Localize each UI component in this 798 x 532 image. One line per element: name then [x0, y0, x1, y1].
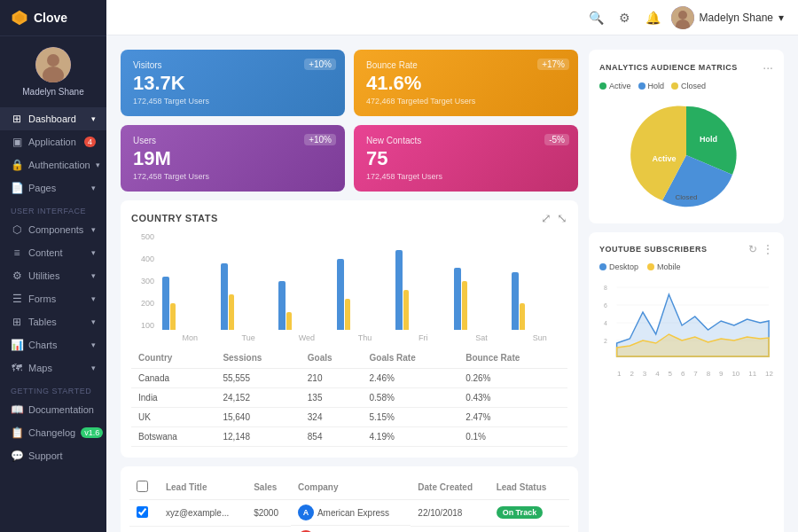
bar-x-labels: MonTueWedThuFriSatSun	[162, 333, 567, 342]
cell-sessions: 55,555	[215, 369, 300, 388]
sidebar-item-dashboard[interactable]: ⊞ Dashboard ▾	[0, 107, 106, 130]
x-label-7: 7	[693, 370, 697, 378]
sidebar-item-charts[interactable]: 📊 Charts ▾	[0, 333, 106, 356]
audience-more-icon[interactable]: ···	[763, 60, 773, 74]
sidebar-item-application[interactable]: ▣ Application 4	[0, 130, 106, 153]
content-area: +10% Visitors 13.7K 172,458 Target Users…	[106, 35, 798, 532]
auth-icon: 🔒	[11, 159, 23, 171]
leads-col-sales: Sales	[246, 475, 291, 500]
youtube-refresh-icon[interactable]: ↻	[748, 243, 757, 255]
pages-arrow: ▾	[91, 184, 96, 192]
leads-table-body: xyz@example...$2000AAmerican Express22/1…	[129, 500, 569, 533]
sidebar-item-authentication[interactable]: 🔒 Authentication ▾	[0, 153, 106, 176]
country-table-header-row: Country Sessions Goals Goals Rate Bounce…	[131, 348, 567, 369]
components-icon: ⬡	[11, 223, 23, 236]
lead-sales: $2000	[246, 500, 291, 527]
table-row: Botswana12,1488544.19%0.1%	[131, 427, 567, 447]
sidebar-item-utilities[interactable]: ⚙ Utilities ▾	[0, 264, 106, 287]
sidebar-item-forms[interactable]: ☰ Forms ▾	[0, 287, 106, 310]
user-menu[interactable]: Madelyn Shane ▾	[671, 6, 784, 29]
x-label-thu: Thu	[337, 333, 393, 342]
dashboard-arrow: ▾	[91, 114, 96, 123]
bar-group-6	[512, 272, 567, 330]
stat-card-bounce-rate: +17% Bounce Rate 41.6% 472,468 Targeted …	[354, 50, 578, 116]
bar-yellow-4	[403, 290, 409, 330]
sidebar-item-content[interactable]: ≡ Content ▾	[0, 241, 106, 264]
sidebar-item-maps[interactable]: 🗺 Maps ▾	[0, 356, 106, 379]
youtube-more-icon[interactable]: ⋮	[763, 243, 773, 255]
x-label-sun: Sun	[512, 333, 567, 342]
svg-text:2: 2	[604, 338, 607, 344]
compress-icon[interactable]: ⤢	[541, 211, 552, 225]
cell-goals_rate: 4.19%	[363, 427, 459, 447]
avatar	[35, 47, 71, 82]
sidebar-item-tables[interactable]: ⊞ Tables ▾	[0, 310, 106, 333]
x-label-5: 5	[669, 370, 672, 378]
sidebar-item-support[interactable]: 💬 Support	[0, 444, 106, 467]
legend-active-label: Active	[609, 82, 631, 90]
x-label-8: 8	[707, 370, 710, 378]
x-label-4: 4	[655, 370, 659, 378]
chart-actions[interactable]: ⤢ ⤡	[541, 211, 567, 225]
bar-blue-6	[512, 272, 519, 330]
changelog-badge: v1.6	[81, 427, 103, 438]
sidebar-item-maps-label: Maps	[28, 363, 52, 373]
legend-dot-closed	[671, 82, 678, 90]
country-stats-card: COUNTRY STATS ⤢ ⤡ 500 400 300 200 100	[121, 200, 578, 458]
sidebar-item-forms-label: Forms	[28, 293, 56, 304]
bar-group-0	[162, 277, 218, 330]
status-badge: On Track	[497, 506, 544, 519]
expand-icon[interactable]: ⤡	[557, 211, 567, 225]
users-value: 19M	[133, 147, 332, 170]
sidebar-item-docs-label: Documentation	[28, 404, 94, 415]
youtube-header: YOUTUBE SUBSCRIBERS ↻ ⋮	[599, 243, 773, 255]
pie-chart: Hold Active Closed	[599, 98, 773, 213]
company-icon: A	[298, 505, 314, 520]
legend-closed: Closed	[671, 82, 706, 90]
x-label-wed: Wed	[278, 333, 334, 342]
audience-legend: Active Hold Closed	[599, 82, 773, 90]
leads-col-date: Date Created	[411, 475, 489, 500]
table-row: India24,1521350.58%0.43%	[131, 388, 567, 408]
bar-group-5	[454, 268, 510, 330]
sidebar-item-dashboard-label: Dashboard	[28, 113, 76, 124]
lead-company: EExxon Mobil	[291, 526, 411, 532]
row-checkbox-0[interactable]	[137, 506, 148, 518]
stat-card-visitors: +10% Visitors 13.7K 172,458 Target Users	[121, 50, 345, 116]
topbar-dropdown-icon: ▾	[778, 12, 784, 24]
legend-dot-mobile	[647, 263, 654, 270]
area-x-labels: 1 2 3 4 5 6 7 8 9 10 11 12	[617, 370, 773, 378]
cell-goals: 210	[301, 369, 363, 388]
x-label-11: 11	[748, 370, 756, 378]
content-arrow: ▾	[91, 248, 96, 257]
cell-goals: 135	[301, 388, 363, 408]
bar-group-1	[221, 263, 277, 330]
topbar-username: Madelyn Shane	[700, 12, 773, 24]
audience-header: ANALYTICS AUDIENCE MATRICS ···	[599, 60, 773, 74]
sidebar-item-auth-label: Authentication	[28, 160, 90, 170]
sidebar-item-changelog[interactable]: 📋 Changelog v1.6	[0, 421, 106, 444]
svg-text:Active: Active	[652, 154, 676, 163]
leads-select-all[interactable]	[137, 481, 148, 492]
sidebar-username: Madelyn Shane	[22, 87, 84, 97]
cell-goals: 854	[301, 427, 363, 447]
search-icon[interactable]: 🔍	[586, 7, 607, 28]
sidebar: Clove Madelyn Shane ⊞ Dashboard ▾ ▣ Appl…	[0, 0, 106, 532]
contacts-label: New Contacts	[366, 136, 566, 145]
start-section-label: GETTING STARTED	[0, 379, 106, 398]
sidebar-item-documentation[interactable]: 📖 Documentation	[0, 398, 106, 421]
maps-icon: 🗺	[11, 362, 23, 374]
stat-card-users: +10% Users 19M 172,458 Target Users	[121, 125, 345, 192]
bar-group-3	[337, 259, 393, 330]
sidebar-item-application-label: Application	[28, 137, 76, 147]
sidebar-item-components[interactable]: ⬡ Components ▾	[0, 218, 106, 241]
application-icon: ▣	[11, 136, 23, 148]
bar-group-2	[278, 281, 334, 330]
contacts-sub: 172,458 Target Users	[366, 172, 566, 181]
notifications-icon[interactable]: 🔔	[643, 7, 664, 28]
youtube-title: YOUTUBE SUBSCRIBERS	[599, 245, 708, 254]
bars-container	[162, 232, 567, 330]
sidebar-item-pages[interactable]: 📄 Pages ▾	[0, 176, 106, 200]
cell-sessions: 24,152	[215, 388, 300, 408]
settings-icon[interactable]: ⚙	[614, 7, 636, 28]
